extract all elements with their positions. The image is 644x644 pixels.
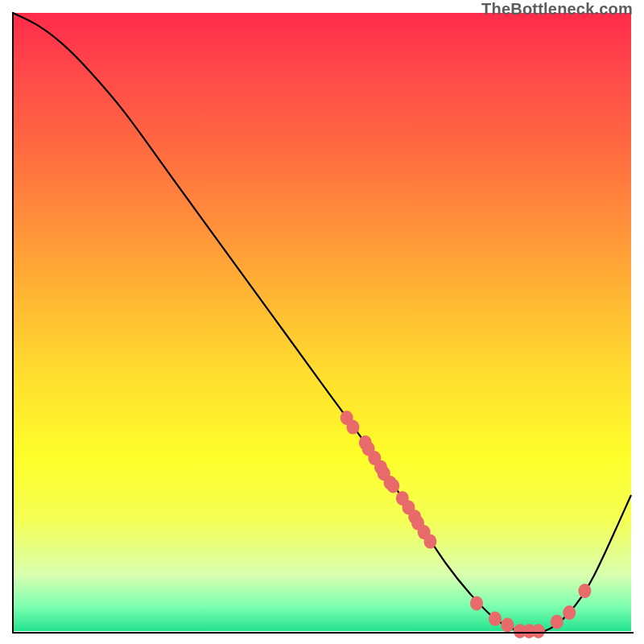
data-point bbox=[423, 535, 436, 549]
data-point bbox=[386, 479, 399, 493]
data-point bbox=[470, 596, 483, 610]
data-point bbox=[346, 420, 359, 435]
data-point bbox=[578, 584, 591, 598]
data-point bbox=[563, 605, 576, 620]
data-point bbox=[532, 624, 545, 638]
data-point bbox=[551, 615, 564, 630]
chart-overlay bbox=[13, 13, 631, 631]
data-point bbox=[501, 617, 514, 632]
data-point bbox=[489, 612, 502, 626]
bottleneck-curve bbox=[13, 13, 631, 633]
scatter-points bbox=[341, 411, 592, 638]
watermark-text: TheBottleneck.com bbox=[481, 0, 633, 19]
